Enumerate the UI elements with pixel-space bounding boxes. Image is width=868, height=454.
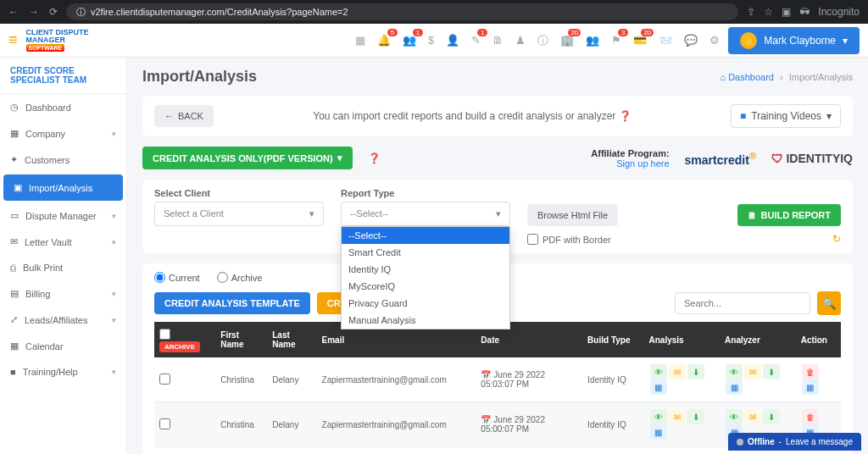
sidebar-item-label: Company — [25, 129, 65, 139]
forward-icon[interactable]: → — [29, 6, 39, 18]
reload-icon[interactable]: ⟳ — [49, 6, 58, 18]
inbox-icon[interactable]: 📨 — [659, 34, 672, 47]
view-icon[interactable]: 👁 — [650, 364, 667, 379]
pen-icon[interactable]: ✎1 — [471, 34, 481, 47]
info-icon[interactable]: ⓘ — [537, 33, 548, 48]
report-type-option[interactable]: Identity IQ — [342, 261, 509, 278]
view-icon[interactable]: 👁 — [726, 364, 743, 379]
grid-icon[interactable]: ▦ — [650, 424, 667, 440]
report-type-dropdown[interactable]: --Select--▾ — [341, 202, 510, 226]
person-icon[interactable]: ♟ — [515, 34, 526, 47]
report-type-option[interactable]: Privacy Guard — [342, 295, 509, 312]
sidebar-item-billing[interactable]: ▤Billing▾ — [0, 280, 126, 307]
report-type-option[interactable]: --Select-- — [342, 227, 509, 244]
mail-icon[interactable]: ✉ — [669, 409, 686, 424]
chevron-down-icon: ▾ — [112, 368, 116, 376]
share-icon[interactable]: ⇪ — [747, 6, 755, 18]
grid-icon[interactable]: ▦ — [726, 379, 743, 395]
sidebar-item-training-help[interactable]: ■Training/Help▾ — [0, 359, 126, 385]
refresh-icon[interactable]: ↻ — [832, 233, 841, 245]
more-icon[interactable]: ▦ — [802, 379, 819, 395]
credit-analysis-template-button[interactable]: CREDIT ANALYSIS TEMPLATE — [154, 292, 310, 314]
smartcredit-logo[interactable]: smartcredit® — [685, 150, 757, 167]
chevron-down-icon: ▾ — [112, 316, 116, 324]
report-type-option[interactable]: Manual Analysis — [342, 312, 509, 329]
view-icon[interactable]: 👁 — [650, 409, 667, 424]
download-icon[interactable]: ⬇ — [763, 409, 780, 424]
top-icon-bar: ▦ 🔔5 👥1 $ 👤 ✎1 🗎 ♟ ⓘ 🏢20 👥 ⚑3 💳20 📨 💬 ⚙ — [355, 33, 720, 48]
archive-radio[interactable]: Archive — [217, 272, 263, 283]
build-report-button[interactable]: 🗎 BUILD REPORT — [737, 204, 842, 226]
building-icon[interactable]: 🏢20 — [560, 34, 574, 47]
identityiq-logo[interactable]: 🛡IDENTITYIQ — [771, 152, 853, 165]
extension-icon[interactable]: ▣ — [782, 6, 791, 18]
breadcrumb-home[interactable]: Dashboard — [728, 72, 774, 82]
sidebar-item-dashboard[interactable]: ◷Dashboard — [0, 94, 126, 120]
sidebar-item-company[interactable]: ▦Company▾ — [0, 120, 126, 147]
sidebar-item-dispute-manager[interactable]: ▭Dispute Manager▾ — [0, 202, 126, 229]
mail-icon[interactable]: ✉ — [669, 364, 686, 379]
search-input[interactable] — [675, 292, 810, 314]
group-icon[interactable]: 👥 — [586, 34, 599, 47]
sidebar-item-letter-vault[interactable]: ✉Letter Vault▾ — [0, 229, 126, 255]
incognito-icon: 🕶 — [799, 6, 810, 18]
user-icon[interactable]: 👤 — [446, 34, 459, 47]
sidebar-item-label: Letter Vault — [25, 237, 71, 247]
chevron-down-icon: ▾ — [826, 110, 832, 122]
flag-icon[interactable]: ⚑3 — [611, 34, 621, 47]
people-icon[interactable]: 👥1 — [403, 34, 416, 47]
gear-icon[interactable]: ⚙ — [709, 34, 720, 47]
info-bar: ← BACK You can import credit reports and… — [142, 96, 853, 136]
calendar-icon: 📅 — [481, 370, 491, 379]
grid-icon[interactable]: ▦ — [355, 34, 365, 47]
help-icon[interactable]: ❓ — [619, 110, 632, 122]
menu-icon[interactable]: ≡ — [8, 31, 18, 49]
download-icon[interactable]: ⬇ — [763, 364, 780, 379]
report-type-option[interactable]: MyScoreIQ — [342, 278, 509, 295]
help-icon[interactable]: ❓ — [368, 152, 381, 164]
select-client-dropdown[interactable]: Select a Client▾ — [154, 202, 324, 226]
pdf-border-checkbox[interactable]: PDF with Border — [527, 234, 611, 245]
sidebar-item-calendar[interactable]: ▦Calendar — [0, 333, 126, 359]
delete-icon[interactable]: 🗑 — [802, 364, 819, 379]
user-menu[interactable]: Mark Clayborne ▾ — [728, 27, 860, 54]
delete-icon[interactable]: 🗑 — [802, 409, 819, 424]
row-checkbox[interactable] — [159, 418, 170, 429]
analysis-cell: 👁✉⬇▦ — [644, 402, 721, 447]
row-checkbox[interactable] — [159, 374, 170, 385]
search-button[interactable]: 🔍 — [817, 291, 841, 315]
sidebar-item-import-analysis[interactable]: ▣Import/Analysis — [3, 174, 123, 201]
star-icon[interactable]: ☆ — [764, 6, 773, 18]
dollar-icon[interactable]: $ — [428, 34, 434, 47]
download-icon[interactable]: ⬇ — [687, 364, 704, 379]
team-label: CREDIT SCORE SPECIALIST TEAM — [0, 58, 126, 94]
sidebar-item-label: Bulk Print — [23, 263, 63, 273]
sidebar-item-leads-affiliates[interactable]: ⤢Leads/Affiliates▾ — [0, 307, 126, 333]
card-icon[interactable]: 💳20 — [633, 34, 647, 47]
bell-icon[interactable]: 🔔5 — [377, 34, 391, 47]
select-all-checkbox[interactable] — [159, 329, 170, 340]
signup-link[interactable]: Sign up here — [616, 158, 669, 169]
mail-icon[interactable]: ✉ — [744, 364, 761, 379]
table-row: ChristinaDelanyZapiermastertraining@gmai… — [154, 357, 841, 402]
back-icon[interactable]: ← — [8, 6, 19, 18]
sidebar-item-label: Calendar — [25, 341, 64, 352]
app-logo[interactable]: CLIENT DISPUTE MANAGER SOFTWARE — [26, 30, 89, 51]
browse-html-button[interactable]: Browse Html File — [527, 204, 618, 226]
download-icon[interactable]: ⬇ — [687, 409, 704, 424]
report-type-option[interactable]: Smart Credit — [342, 244, 509, 261]
chat-widget[interactable]: Offline - Leave a message — [728, 433, 861, 451]
view-icon[interactable]: 👁 — [726, 409, 743, 424]
sidebar-item-customers[interactable]: ✦Customers — [0, 147, 126, 173]
current-radio[interactable]: Current — [154, 272, 200, 283]
chat-icon[interactable]: 💬 — [684, 34, 698, 47]
mail-icon[interactable]: ✉ — [744, 409, 761, 424]
breadcrumb: ⌂ Dashboard › Import/Analysis — [720, 72, 853, 82]
back-button[interactable]: ← BACK — [154, 105, 214, 127]
training-videos-dropdown[interactable]: ■ Training Videos ▾ — [731, 104, 841, 128]
credit-analysis-pdf-button[interactable]: CREDIT ANALYSIS ONLY(PDF VERSION) ▾ — [142, 147, 353, 169]
sidebar-item-bulk-print[interactable]: ⎙Bulk Print — [0, 255, 126, 280]
url-bar[interactable]: ⓘ v2fire.clientdisputemanager.com/Credit… — [66, 3, 738, 20]
grid-icon[interactable]: ▦ — [650, 379, 667, 395]
doc-icon[interactable]: 🗎 — [492, 34, 504, 47]
